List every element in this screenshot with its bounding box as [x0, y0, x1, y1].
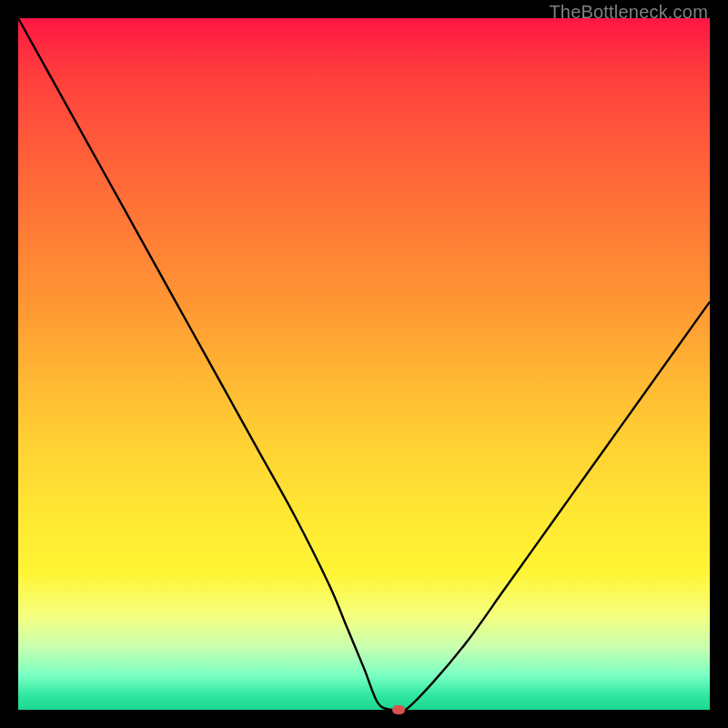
optimal-point-marker	[392, 705, 405, 714]
curve-path	[18, 18, 710, 713]
plot-area	[18, 18, 710, 710]
chart-frame: TheBottleneck.com	[0, 0, 728, 728]
bottleneck-curve	[18, 18, 710, 710]
